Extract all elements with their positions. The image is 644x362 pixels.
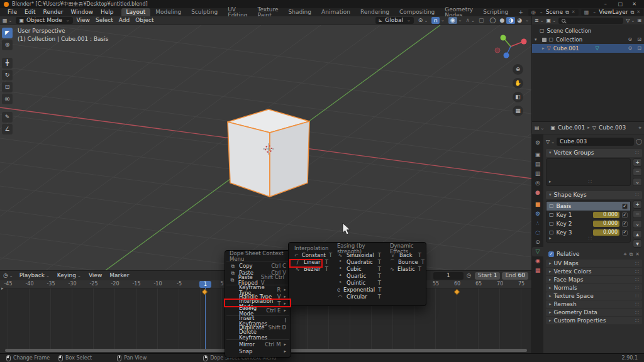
pin-icon[interactable]: ⌖: [624, 251, 627, 257]
snap-dropdown[interactable]: ⌄: [441, 18, 445, 23]
auto-keying-icon[interactable]: ◷: [467, 273, 472, 278]
menu-object[interactable]: Object: [135, 18, 153, 23]
minimize-button[interactable]: –: [599, 2, 613, 7]
shape-key-value-field[interactable]: 0.000: [593, 229, 619, 236]
menu-item-copy[interactable]: ⧉CopyCtrl C: [225, 263, 291, 270]
panel-options-icon[interactable]: ∷: [635, 150, 639, 156]
submenu-item-quintic[interactable]: ⁵QuinticT: [333, 280, 386, 287]
submenu-item-sinusoidal[interactable]: ∿SinusoidalT: [333, 252, 386, 259]
tool-cursor[interactable]: ⊕: [2, 40, 13, 50]
tool-scale[interactable]: ⊡: [2, 82, 13, 92]
falloff-dropdown[interactable]: ∧⌄: [465, 18, 474, 23]
panel-custom-properties[interactable]: ▸Custom Properties∷: [546, 317, 642, 324]
panel-geometry-data[interactable]: ▸Geometry Data∷: [546, 309, 642, 316]
pan-hand-icon[interactable]: ✋: [513, 78, 523, 89]
panel-remesh[interactable]: ▸Remesh∷: [546, 300, 642, 308]
outliner-settings-icon[interactable]: ⊞: [637, 18, 641, 23]
workspace-tab-scripting[interactable]: Scripting: [478, 8, 513, 16]
list-expand-icon[interactable]: ▸: [549, 180, 552, 184]
new-view-layer-icon[interactable]: ⧉: [631, 10, 635, 15]
shape-key-mute-checkbox[interactable]: ✓: [622, 221, 628, 227]
menu-item-keyframe-type[interactable]: Keyframe TypeR▸: [225, 287, 291, 293]
disable-render-camera-icon[interactable]: ⊡: [637, 37, 641, 42]
panel-texture-space[interactable]: ▸Texture Space∷: [546, 292, 642, 300]
submenu-item-linear[interactable]: ∕LinearT: [290, 259, 333, 266]
camera-view-icon[interactable]: ◧: [513, 92, 523, 102]
mode-dropdown[interactable]: ▣ Object Mode ⌄: [16, 17, 72, 24]
menu-add[interactable]: Add: [119, 18, 130, 23]
snap-toggle[interactable]: ∩: [431, 17, 440, 24]
scene-selector[interactable]: ◎ ⌄ Scene ⧉ ✕: [528, 9, 579, 16]
remove-vertex-group-button[interactable]: −: [633, 168, 642, 176]
add-vertex-group-button[interactable]: +: [633, 158, 642, 167]
workspace-tab-compositing[interactable]: Compositing: [394, 8, 440, 16]
menu-marker[interactable]: Marker: [109, 273, 129, 278]
submenu-item-quartic[interactable]: ⁴QuarticT: [333, 273, 386, 280]
pin-icon[interactable]: ⌖: [638, 125, 641, 131]
workspace-tab-sculpting[interactable]: Sculpting: [186, 8, 223, 16]
view-layer-selector[interactable]: ▥ ⌄ ViewLayer ⧉ ✕: [581, 9, 643, 16]
editor-type-button[interactable]: ◷⌄: [3, 273, 13, 278]
panel-vertex-colors[interactable]: ▸Vertex Colors∷: [546, 268, 642, 275]
menu-item-snap[interactable]: Snap▸: [225, 348, 291, 355]
tab-physics[interactable]: ◌: [532, 228, 543, 238]
maximize-button[interactable]: □: [613, 2, 629, 7]
submenu-item-circular[interactable]: ◠CircularT: [333, 293, 386, 300]
playhead-line[interactable]: [205, 287, 206, 349]
shape-key-row-key2[interactable]: ▢ Key 2 0.000 ✓: [547, 219, 630, 228]
list-grip-icon[interactable]: ∷: [589, 179, 592, 185]
menu-playback[interactable]: Playback⌄: [19, 273, 50, 278]
list-grip-icon[interactable]: ∷: [589, 236, 592, 241]
shading-material-button[interactable]: ◑: [506, 17, 515, 24]
menu-item-delete-keyframes[interactable]: Delete Keyframes: [225, 331, 291, 338]
frame-end-field[interactable]: End60: [502, 272, 528, 280]
shading-solid-button[interactable]: ●: [498, 17, 507, 24]
data-name-field[interactable]: Cube.003: [557, 138, 634, 146]
tool-select-box[interactable]: ◤: [2, 28, 13, 38]
tab-view-layer[interactable]: ▥: [532, 169, 543, 178]
outliner-row-cube[interactable]: ▸ ▽ Cube.001 ▽ ⊙ ⊡: [532, 44, 644, 53]
menu-window[interactable]: Window: [71, 9, 94, 15]
submenu-item-elastic[interactable]: ∿ElasticT: [386, 266, 426, 273]
tool-transform[interactable]: ◎: [2, 94, 13, 104]
show-gizmo-toggle[interactable]: ▢: [479, 18, 484, 23]
new-scene-icon[interactable]: ⧉: [565, 10, 569, 15]
panel-options-icon[interactable]: ∷: [635, 192, 639, 198]
submenu-item-exponential[interactable]: eExponentialT: [333, 287, 386, 293]
tab-object[interactable]: ■: [532, 200, 543, 209]
shape-key-mute-checkbox[interactable]: ✓: [622, 204, 628, 209]
tab-constraints[interactable]: ⊙: [532, 238, 543, 247]
ortho-grid-icon[interactable]: ▦: [513, 106, 523, 116]
panel-normals[interactable]: ▸Normals∷: [546, 284, 642, 292]
menu-render[interactable]: Render: [43, 9, 64, 15]
editor-type-button[interactable]: ▦⌄: [3, 18, 12, 23]
shading-wireframe-button[interactable]: ◯: [487, 17, 497, 24]
viewport-3d[interactable]: User Perspective (1) Collection | Cube.0…: [0, 25, 531, 270]
menu-item-insert-keyframes[interactable]: Insert KeyframesI: [225, 317, 291, 324]
submenu-item-back[interactable]: √BackT: [386, 252, 426, 259]
menu-select[interactable]: Select: [96, 18, 113, 23]
tab-particles[interactable]: ∴: [532, 219, 543, 228]
tool-measure[interactable]: ∠: [2, 124, 13, 134]
tab-world[interactable]: ●: [532, 188, 543, 197]
tab-output[interactable]: ▤: [532, 160, 543, 169]
outliner-row-collection[interactable]: ▾ ▢ Collection ⊙ ⊡: [532, 35, 644, 44]
breadcrumb-data[interactable]: Cube.003: [599, 125, 636, 131]
outliner-display-mode-dropdown[interactable]: ≣⌄: [535, 18, 544, 23]
workspace-tab-modeling[interactable]: Modeling: [150, 8, 186, 16]
menu-help[interactable]: Help: [101, 9, 114, 15]
shading-rendered-button[interactable]: ◕: [515, 17, 524, 24]
shape-key-value-field[interactable]: 0.000: [593, 221, 619, 227]
menu-file[interactable]: File: [8, 9, 17, 15]
collection-checkbox-icon[interactable]: [542, 38, 547, 42]
nav-gizmo[interactable]: [495, 35, 527, 58]
submenu-item-bezier[interactable]: ∿BezierT: [290, 266, 333, 273]
shape-key-row-key1[interactable]: ▢ Key 1 0.000 ✓: [547, 211, 630, 219]
disclosure-icon[interactable]: ▸: [542, 47, 545, 51]
shape-key-mute-checkbox[interactable]: ✓: [622, 230, 628, 236]
tab-render[interactable]: ▣: [532, 150, 543, 160]
hide-eye-icon[interactable]: ⊙: [628, 46, 633, 51]
panel-face-maps[interactable]: ▸Face Maps∷: [546, 276, 642, 283]
tab-object-data[interactable]: ▽: [532, 247, 543, 256]
current-frame-field[interactable]: 1: [433, 272, 464, 280]
